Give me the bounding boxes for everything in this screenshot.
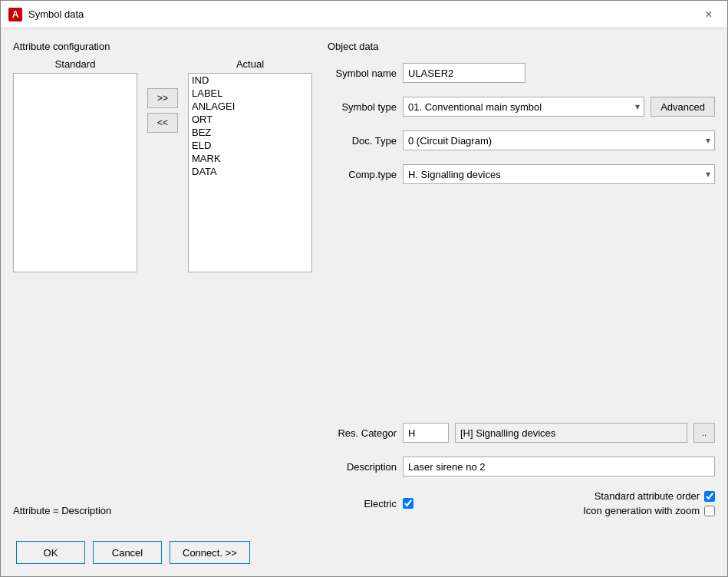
comp-type-row: Comp.type H. Signalling devicesA. Genera… bbox=[328, 164, 715, 184]
actual-col-header: Actual bbox=[188, 58, 312, 70]
standard-list[interactable] bbox=[13, 73, 137, 272]
lists-row: >> << INDLABELANLAGEIORTBEZELDMARKDATA bbox=[13, 73, 312, 272]
symbol-type-select[interactable]: 01. Conventional main symbol02. Sub symb… bbox=[403, 97, 644, 117]
list-item[interactable]: ELD bbox=[189, 139, 311, 152]
remove-arrow-button[interactable]: << bbox=[147, 113, 178, 133]
electric-checkbox[interactable] bbox=[403, 498, 413, 509]
icon-gen-row: Icon generation with zoom bbox=[583, 505, 715, 516]
arrows-col-header bbox=[143, 58, 182, 70]
title-bar-left: A Symbol data bbox=[8, 8, 84, 21]
list-item[interactable]: DATA bbox=[189, 165, 311, 178]
object-data-title: Object data bbox=[328, 41, 715, 52]
browse-button[interactable]: .. bbox=[693, 423, 715, 443]
left-panel: Attribute configuration Standard Actual … bbox=[13, 41, 312, 516]
actual-list[interactable]: INDLABELANLAGEIORTBEZELDMARKDATA bbox=[188, 73, 312, 272]
list-item[interactable]: BEZ bbox=[189, 126, 311, 139]
std-attr-order-label: Standard attribute order bbox=[595, 490, 700, 502]
app-icon: A bbox=[8, 8, 22, 21]
connect-button[interactable]: Connect. >> bbox=[170, 541, 250, 564]
std-attr-order-checkbox[interactable] bbox=[704, 491, 715, 502]
doc-type-select[interactable]: 0 (Circuit Diagram)1 (Overview)2 (Locati… bbox=[403, 130, 715, 150]
symbol-name-label: Symbol name bbox=[328, 68, 397, 79]
electric-row: Electric Standard attribute order Icon g… bbox=[328, 490, 715, 516]
ok-button[interactable]: OK bbox=[16, 541, 85, 564]
spacer bbox=[328, 198, 715, 415]
symbol-type-row: Symbol type 01. Conventional main symbol… bbox=[328, 97, 715, 117]
symbol-type-select-wrapper: 01. Conventional main symbol02. Sub symb… bbox=[403, 97, 644, 117]
doc-type-label: Doc. Type bbox=[328, 135, 397, 147]
icon-gen-checkbox[interactable] bbox=[704, 506, 715, 516]
symbol-type-label: Symbol type bbox=[328, 101, 397, 113]
dialog-title: Symbol data bbox=[28, 8, 84, 20]
close-button[interactable]: × bbox=[698, 4, 720, 25]
attr-config-title: Attribute configuration bbox=[13, 41, 312, 52]
description-input[interactable] bbox=[403, 457, 715, 476]
add-arrow-button[interactable]: >> bbox=[147, 88, 178, 108]
list-item[interactable]: ANLAGEI bbox=[189, 100, 311, 113]
list-item[interactable]: MARK bbox=[189, 152, 311, 165]
electric-label: Electric bbox=[328, 498, 397, 509]
right-panel: Object data Symbol name Symbol type 01. … bbox=[328, 41, 715, 516]
description-label: Description bbox=[328, 461, 397, 473]
list-item[interactable]: IND bbox=[189, 74, 311, 87]
res-categ-label: Res. Categor bbox=[328, 427, 397, 439]
comp-type-label: Comp.type bbox=[328, 169, 397, 180]
checkbox-group-right: Standard attribute order Icon generation… bbox=[583, 490, 715, 516]
comp-type-select-wrapper: H. Signalling devicesA. General mechanic… bbox=[403, 164, 715, 184]
res-categ-code-input[interactable] bbox=[403, 423, 449, 443]
advanced-button[interactable]: Advanced bbox=[651, 97, 715, 117]
columns-header: Standard Actual bbox=[13, 58, 312, 70]
electric-checkbox-wrapper bbox=[403, 498, 413, 509]
description-row: Description bbox=[328, 457, 715, 476]
doc-type-select-wrapper: 0 (Circuit Diagram)1 (Overview)2 (Locati… bbox=[403, 130, 715, 150]
symbol-name-row: Symbol name bbox=[328, 63, 715, 83]
res-categ-desc-input[interactable] bbox=[455, 423, 687, 443]
dialog-footer: OK Cancel Connect. >> bbox=[1, 529, 727, 576]
icon-gen-label: Icon generation with zoom bbox=[583, 505, 700, 516]
comp-type-select[interactable]: H. Signalling devicesA. General mechanic… bbox=[403, 164, 715, 184]
attr-footer: Attribute = Description bbox=[13, 505, 312, 516]
std-attr-order-row: Standard attribute order bbox=[583, 490, 715, 502]
title-bar: A Symbol data × bbox=[1, 1, 727, 28]
res-categ-row: Res. Categor .. bbox=[328, 423, 715, 443]
list-item[interactable]: ORT bbox=[189, 113, 311, 126]
doc-type-row: Doc. Type 0 (Circuit Diagram)1 (Overview… bbox=[328, 130, 715, 150]
attr-config-inner: Standard Actual >> << INDLABELANLAGEIORT… bbox=[13, 58, 312, 497]
standard-col-header: Standard bbox=[13, 58, 137, 70]
symbol-name-input[interactable] bbox=[403, 63, 525, 83]
symbol-data-dialog: A Symbol data × Attribute configuration … bbox=[0, 0, 728, 577]
list-item[interactable]: LABEL bbox=[189, 87, 311, 100]
dialog-body: Attribute configuration Standard Actual … bbox=[1, 28, 727, 529]
arrows-col: >> << bbox=[143, 73, 182, 133]
cancel-button[interactable]: Cancel bbox=[93, 541, 162, 564]
